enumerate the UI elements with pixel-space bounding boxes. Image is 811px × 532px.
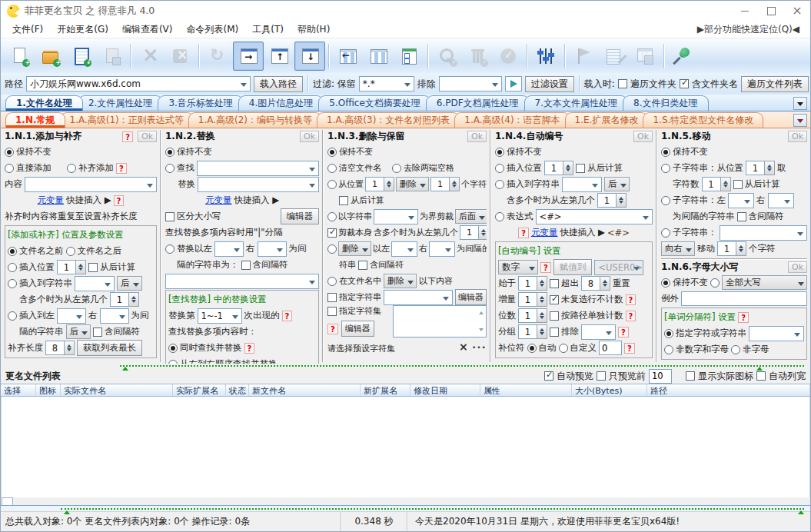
p2-left-sep-combobox[interactable] xyxy=(214,241,244,257)
panel1-ok-button[interactable]: Ok xyxy=(138,131,157,142)
exclude-pattern-combobox[interactable] xyxy=(439,76,502,91)
panel-bottom-toggle[interactable] xyxy=(294,42,325,71)
column-status[interactable]: 状态 xyxy=(226,384,249,396)
p2-radio-simultaneous[interactable] xyxy=(168,344,178,353)
p3-radio-in-name[interactable] xyxy=(327,277,337,286)
more-presets-icon[interactable] xyxy=(471,343,487,355)
spinner-buttons[interactable] xyxy=(478,225,487,240)
horizontal-scrollbar[interactable] xyxy=(1,497,810,505)
help-icon[interactable]: ? xyxy=(244,343,255,354)
refresh-button[interactable] xyxy=(202,42,233,71)
keep-pattern-combobox[interactable]: *.* xyxy=(359,76,414,91)
subtab-extension[interactable]: 1.E.扩展名修改 xyxy=(565,112,649,128)
p2-occurrence-combobox[interactable]: 1~-1 xyxy=(198,308,242,324)
p2-find-combobox[interactable] xyxy=(197,161,319,176)
help-icon[interactable]: ? xyxy=(518,228,529,238)
p4-radio-insert-pos[interactable] xyxy=(495,164,504,173)
panel6-ok-button[interactable]: Ok xyxy=(788,261,807,273)
p4-start-stepper[interactable]: 1 xyxy=(518,276,547,291)
p5-radio-sub-between[interactable] xyxy=(661,196,670,205)
apply-filter-play-icon[interactable] xyxy=(505,76,522,91)
p4-after-dropdown[interactable]: 后 xyxy=(604,177,630,191)
menu-help[interactable]: 帮助(H) xyxy=(291,23,337,36)
column-layout-button[interactable] xyxy=(363,42,394,71)
help-icon[interactable]: ? xyxy=(122,131,133,142)
help-icon[interactable]: ? xyxy=(626,294,637,305)
tab-text-attrs[interactable]: 7.文本文件属性处理 xyxy=(524,95,628,111)
p3-count-stepper[interactable]: 1 xyxy=(430,177,460,191)
p3-radio-by-string[interactable] xyxy=(327,212,337,221)
bottom-splitter[interactable] xyxy=(1,505,810,511)
p1-gap-after-dropdown[interactable]: 后 xyxy=(66,324,91,339)
tab-music-tags[interactable]: 3.音乐标签处理 xyxy=(158,95,243,111)
menu-edit-view[interactable]: 编辑查看(V) xyxy=(115,23,180,36)
spinner-buttons[interactable] xyxy=(64,341,75,355)
spinner-buttons[interactable] xyxy=(537,308,547,323)
p3-spec-string-combobox[interactable] xyxy=(384,290,453,305)
p6-separator-combobox[interactable] xyxy=(749,326,804,341)
meta-var-link[interactable]: 元变量 xyxy=(531,227,558,238)
p4-radio-custom-pad[interactable] xyxy=(559,344,568,353)
column-actual-ext[interactable]: 实际扩展名 xyxy=(173,384,226,396)
clear-preset-icon[interactable] xyxy=(457,343,469,355)
filter-settings-button2[interactable]: 过滤设置 xyxy=(525,76,574,92)
p3-radio-from-pos[interactable] xyxy=(327,180,337,189)
p1-nth-stepper[interactable]: 1 xyxy=(110,292,139,307)
p1-after-dropdown[interactable]: 后 xyxy=(117,276,142,291)
auto-preview-checkbox[interactable] xyxy=(544,371,553,381)
p4-assign-target-combobox[interactable]: <USER0> xyxy=(594,260,643,275)
p4-radio-keep[interactable] xyxy=(495,148,504,157)
sub-tab-overflow-button[interactable] xyxy=(793,114,807,127)
p4-radio-insert-to-string[interactable] xyxy=(495,180,504,189)
auto-width-checkbox[interactable] xyxy=(756,371,766,381)
p6-radio-non-alpha[interactable] xyxy=(731,345,740,354)
spinner-buttons[interactable] xyxy=(600,276,610,291)
help-icon[interactable]: ? xyxy=(738,312,749,323)
p4-radio-auto-pad[interactable] xyxy=(527,344,537,353)
column-modified-date[interactable]: 修改日期 xyxy=(410,384,480,396)
p2-replace-combobox[interactable] xyxy=(198,177,319,192)
path-combobox[interactable]: 小刀娱乐网www.x6d.com xyxy=(26,76,251,91)
p2-gap-replace-combobox[interactable] xyxy=(165,274,319,289)
tab-file-attrs[interactable]: 2.文件属性处理 xyxy=(78,95,163,111)
spinner-buttons[interactable] xyxy=(736,241,746,256)
p3-left-sep-combobox[interactable] xyxy=(391,241,417,257)
p2-include-sep-checkbox[interactable] xyxy=(241,261,251,270)
panel-top-toggle[interactable] xyxy=(264,42,294,71)
p3-position-stepper[interactable]: 1 xyxy=(365,177,394,191)
p2-radio-between[interactable] xyxy=(165,244,174,254)
p3-delete-dropdown[interactable]: 删除 xyxy=(396,177,429,191)
p2-radio-keep[interactable] xyxy=(165,148,174,157)
subtab-regex[interactable]: 1.A.高级(1)：正则表达式等 xyxy=(60,112,194,128)
close-icon[interactable] xyxy=(784,1,810,21)
p5-position-stepper[interactable]: 1 xyxy=(746,161,775,175)
p4-nth-stepper[interactable]: 1 xyxy=(597,193,627,208)
p4-exceed-checkbox[interactable] xyxy=(550,279,559,288)
load-path-button[interactable]: 载入路径 xyxy=(254,76,303,92)
p3-in-name-delete-dropdown[interactable]: 删除 xyxy=(384,274,417,288)
spinner-buttons[interactable] xyxy=(537,324,547,339)
p5-from-end-checkbox[interactable] xyxy=(733,180,743,189)
preview-first-checkbox[interactable] xyxy=(597,371,606,381)
p3-include-sep-checkbox[interactable] xyxy=(358,261,367,270)
p5-direction-dropdown[interactable]: 向右 xyxy=(661,241,695,256)
p1-radio-pad-add[interactable] xyxy=(67,164,76,173)
delete-check-button[interactable] xyxy=(462,42,493,71)
p1-from-end-checkbox[interactable] xyxy=(88,263,98,272)
p1-content-combobox[interactable] xyxy=(25,177,157,192)
p3-charset-textarea[interactable] xyxy=(393,305,487,337)
horizontal-splitter[interactable] xyxy=(1,364,810,368)
p5-substring-combobox[interactable] xyxy=(720,225,808,241)
p1-radio-after-name[interactable] xyxy=(66,247,75,256)
p1-include-sep-checkbox[interactable] xyxy=(93,328,102,337)
p5-move-stepper[interactable]: 1 xyxy=(717,241,746,256)
spinner-buttons[interactable] xyxy=(720,177,731,191)
new-list-button[interactable] xyxy=(4,42,35,71)
p4-target-string-combobox[interactable] xyxy=(562,177,602,192)
walk-file-list-button[interactable]: 遍历文件列表 xyxy=(741,76,809,92)
p4-exceed-stepper[interactable]: 8 xyxy=(581,276,610,291)
menu-file[interactable]: 文件(F) xyxy=(5,23,50,36)
p3-right-sep-combobox[interactable] xyxy=(429,241,455,257)
p3-nth-stepper[interactable]: 1 xyxy=(460,225,487,240)
spinner-buttons[interactable] xyxy=(384,177,394,191)
